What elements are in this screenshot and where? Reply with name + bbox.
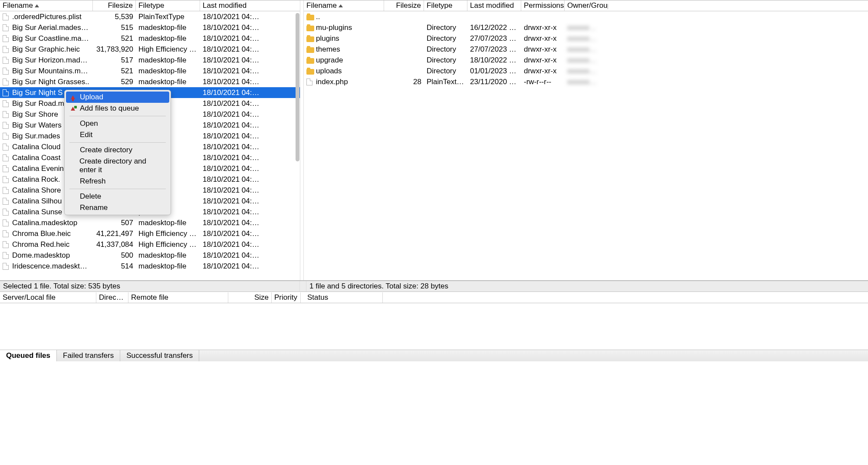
remote-header-filetype[interactable]: Filetype — [424, 0, 467, 11]
file-name: Catalina Shore — [12, 186, 61, 195]
file-type: madesktop-file — [136, 56, 200, 65]
table-row[interactable]: .orderedPictures.plist5,539PlainTextType… — [0, 11, 300, 22]
table-row[interactable]: Chroma Blue.heic41,221,497High Efficienc… — [0, 228, 300, 239]
blank-icon — [69, 193, 76, 200]
queue-header-priority[interactable]: Priority — [272, 292, 301, 303]
table-row[interactable]: upgradeDirectory18/10/2022 0…drwxr-xr-xx… — [304, 55, 868, 65]
file-name: Catalina Cloud — [12, 143, 61, 151]
scrollbar-thumb[interactable] — [296, 13, 299, 161]
remote-header-owner[interactable]: Owner/Group — [565, 0, 608, 11]
blank-icon — [69, 120, 76, 127]
file-icon — [3, 165, 10, 172]
file-name: Big Sur Waters — [12, 121, 62, 130]
table-row[interactable]: Big Sur Mountains.m…521madesktop-file18/… — [0, 65, 300, 76]
file-permissions: drwxr-xr-x — [521, 34, 565, 43]
context-menu-create-directory-and-enter-it[interactable]: Create directory and enter it — [66, 156, 169, 176]
context-menu-edit[interactable]: Edit — [66, 129, 169, 141]
file-modified: 18/10/2021 04:3… — [200, 143, 264, 151]
file-permissions: drwxr-xr-x — [521, 23, 565, 32]
context-menu-label: Add files to queue — [80, 104, 139, 113]
file-icon — [3, 111, 10, 118]
table-row[interactable]: mu-pluginsDirectory16/12/2022 0…drwxr-xr… — [304, 22, 868, 33]
file-name: upgrade — [316, 56, 343, 65]
context-menu-upload[interactable]: Upload — [66, 92, 169, 103]
file-modified: 18/10/2021 04:3… — [200, 164, 264, 173]
table-row[interactable]: Chroma Red.heic41,337,084High Efficiency… — [0, 239, 300, 250]
file-size: 5,539 — [93, 13, 136, 21]
queue-header-direction[interactable]: Direction — [96, 292, 128, 303]
local-header-filesize[interactable]: Filesize — [93, 0, 136, 11]
remote-header-modified[interactable]: Last modified — [467, 0, 521, 11]
file-modified: 18/10/2021 04:3… — [200, 175, 264, 184]
file-size: 514 — [93, 262, 136, 271]
local-header-modified[interactable]: Last modified — [200, 0, 264, 11]
file-name: index.php — [316, 78, 348, 86]
context-menu-rename[interactable]: Rename — [66, 202, 169, 213]
table-row[interactable]: .. — [304, 11, 868, 22]
file-modified: 18/10/2021 04:3… — [200, 262, 264, 271]
local-status: Selected 1 file. Total size: 535 bytes — [0, 281, 300, 291]
tab-successful-transfers[interactable]: Successful transfers — [120, 350, 199, 361]
context-menu-create-directory[interactable]: Create directory — [66, 144, 169, 156]
file-icon — [3, 209, 10, 216]
table-row[interactable]: Dome.madesktop500madesktop-file18/10/202… — [0, 250, 300, 261]
remote-header-filesize[interactable]: Filesize — [384, 0, 424, 11]
table-row[interactable]: Big Sur Coastline.ma…521madesktop-file18… — [0, 33, 300, 44]
context-menu-add-files-to-queue[interactable]: Add files to queue — [66, 103, 169, 114]
local-header-filename[interactable]: Filename — [0, 0, 93, 11]
table-row[interactable]: Big Sur Graphic.heic31,783,920High Effic… — [0, 44, 300, 55]
file-size: 31,783,920 — [93, 45, 136, 54]
folder-icon — [306, 46, 313, 53]
file-name: plugins — [316, 34, 339, 43]
table-row[interactable]: Catalina.madesktop507madesktop-file18/10… — [0, 217, 300, 228]
file-name: Big Sur Aerial.mades… — [12, 23, 89, 32]
local-header-filetype[interactable]: Filetype — [136, 0, 200, 11]
file-modified: 18/10/2021 04:3… — [200, 229, 264, 238]
file-modified: 18/10/2021 04:3… — [200, 23, 264, 32]
file-type: Directory — [424, 67, 467, 75]
remote-status: 1 file and 5 directories. Total size: 28… — [306, 281, 868, 291]
file-name: Big Sur Coastline.ma… — [12, 34, 89, 43]
tab-failed-transfers[interactable]: Failed transfers — [57, 350, 120, 361]
queue-header-size[interactable]: Size — [228, 292, 272, 303]
file-size: 515 — [93, 23, 136, 32]
context-menu-open[interactable]: Open — [66, 118, 169, 129]
context-menu-refresh[interactable]: Refresh — [66, 176, 169, 187]
folder-icon — [306, 68, 313, 75]
file-name: Big Sur Horizon.mad… — [12, 56, 88, 65]
blank-icon — [69, 204, 76, 211]
file-owner: xxxxxx… — [565, 67, 608, 75]
remote-file-list[interactable]: ..mu-pluginsDirectory16/12/2022 0…drwxr-… — [304, 11, 868, 280]
context-menu-separator — [69, 142, 166, 143]
table-row[interactable]: themesDirectory27/07/2023 0…drwxr-xr-xxx… — [304, 44, 868, 55]
context-menu-delete[interactable]: Delete — [66, 191, 169, 202]
table-row[interactable]: Big Sur Aerial.mades…515madesktop-file18… — [0, 22, 300, 33]
remote-header-permissions[interactable]: Permissions — [521, 0, 565, 11]
table-row[interactable]: index.php28PlainTextT…23/11/2020 1…-rw-r… — [304, 76, 868, 87]
file-icon — [3, 57, 10, 64]
queue-header-server[interactable]: Server/Local file — [0, 292, 96, 303]
table-row[interactable]: Big Sur Night Grasses..529madesktop-file… — [0, 76, 300, 87]
file-size: 507 — [93, 219, 136, 227]
blank-icon — [69, 162, 76, 169]
queue-header-remote[interactable]: Remote file — [128, 292, 228, 303]
file-type: Directory — [424, 45, 467, 54]
file-type: PlainTextT… — [424, 78, 467, 86]
table-row[interactable]: pluginsDirectory27/07/2023 0…drwxr-xr-xx… — [304, 33, 868, 44]
pane-splitter[interactable] — [300, 0, 304, 280]
table-row[interactable]: Big Sur Horizon.mad…517madesktop-file18/… — [0, 55, 300, 65]
table-row[interactable]: uploadsDirectory01/01/2023 0…drwxr-xr-xx… — [304, 65, 868, 76]
file-owner: xxxxxx… — [565, 45, 608, 54]
remote-header-filename[interactable]: Filename — [304, 0, 384, 11]
tab-queued-files[interactable]: Queued files — [0, 350, 57, 361]
context-menu-separator — [69, 116, 166, 116]
file-type: Directory — [424, 23, 467, 32]
transfer-tabs: Queued filesFailed transfersSuccessful t… — [0, 350, 868, 361]
file-name: uploads — [316, 67, 342, 75]
queue-body[interactable] — [0, 303, 868, 350]
file-icon — [3, 24, 10, 31]
table-row[interactable]: Iridescence.madeskt…514madesktop-file18/… — [0, 261, 300, 272]
file-name: Big Sur.mades — [12, 132, 60, 141]
file-modified: 18/10/2021 04:3… — [200, 45, 264, 54]
queue-header-status[interactable]: Status — [305, 292, 383, 303]
